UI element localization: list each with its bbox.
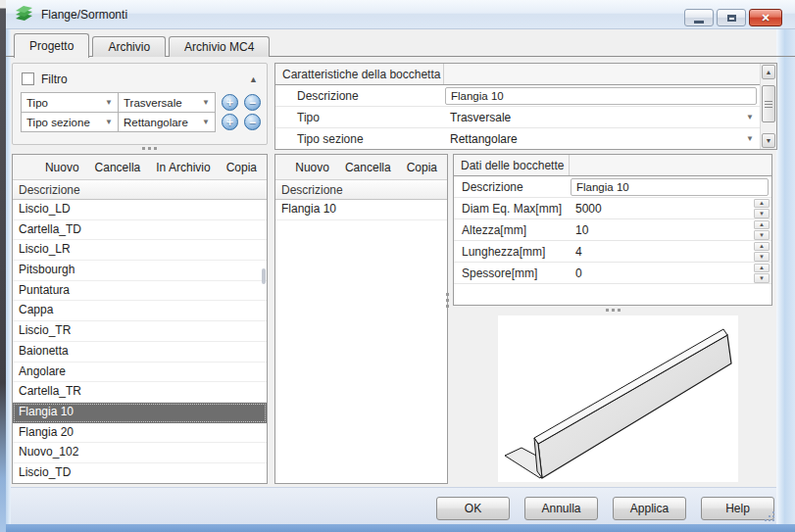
spin-down-icon[interactable]: ▼ [754,209,770,218]
remove-filter-button[interactable]: − [244,94,261,111]
resize-grip[interactable] [763,509,774,521]
list-item[interactable]: Cartella_TD [13,220,267,241]
nuovo-button[interactable]: Nuovo [295,161,329,174]
filter-rows: Tipo▼Trasversale▼+−Tipo sezione▼Rettango… [13,92,267,132]
left-list-scrollbar[interactable] [262,268,266,284]
splitter-handle-vertical[interactable] [446,293,449,308]
filter-field-value: Tipo [26,97,102,109]
spin-up-icon[interactable]: ▲ [754,199,770,209]
tipo-label: Tipo [275,111,444,124]
list-item[interactable]: Baionetta [13,342,267,363]
descrizione-input[interactable]: Flangia 10 [571,178,769,196]
dropdown-arrow-icon: ▼ [102,118,118,126]
spin-up-icon[interactable]: ▲ [754,264,770,273]
tipo-sezione-dropdown[interactable]: Rettangolare▼ [444,128,760,149]
scroll-thumb[interactable] [762,85,775,122]
dropdown-arrow-icon: ▼ [199,118,215,126]
tab-archivio-mc4[interactable]: Archivio MC4 [169,36,270,57]
lunghezza-mm-label: Lunghezza[mm] [454,245,570,259]
filter-row: Tipo▼Trasversale▼+− [21,92,267,113]
scroll-up-icon[interactable]: ▲ [762,65,775,79]
remove-filter-button[interactable]: − [244,114,261,130]
dropdown-arrow-icon: ▼ [102,98,118,107]
list-item[interactable]: Cappa [13,301,267,321]
tipo-dropdown[interactable]: Trasversale▼ [444,107,760,127]
dati-category-value [570,155,771,175]
screen: Flange/Sormonti ✕ ProgettoArchivioArchiv… [0,0,795,532]
maximize-icon [727,15,736,22]
middle-list-items: Flangia 10 [275,200,447,220]
in-archivio-button[interactable]: In Archivio [156,161,210,174]
list-item[interactable]: Flangia 10 [275,200,447,220]
list-item[interactable]: Cartella_TR [13,382,267,403]
altezza-mm-spinner[interactable]: 10▲▼ [570,219,771,240]
list-item[interactable]: Liscio_LD [13,200,267,220]
cancella-button[interactable]: Cancella [345,161,391,174]
filter-groupbox: Filtro ▲ Tipo▼Trasversale▼+−Tipo sezione… [12,63,268,145]
add-filter-button[interactable]: + [222,114,238,130]
spin-up-icon[interactable]: ▲ [754,220,770,230]
splitter-handle[interactable] [606,309,621,312]
filtro-checkbox[interactable] [22,73,34,85]
left-toolbar: NuovoCancellaIn ArchivioCopia [13,155,267,179]
tab-archivio[interactable]: Archivio [92,36,166,57]
annulla-button[interactable]: Annulla [524,497,598,520]
diam-eq-max-mm-spinner[interactable]: 5000▲▼ [570,198,771,218]
vertical-scrollbar[interactable]: ▲ ▼ [760,64,776,149]
list-item-selected[interactable]: Flangia 10 [13,403,267,423]
lunghezza-mm-spinner[interactable]: 4▲▼ [570,241,771,262]
applica-button[interactable]: Applica [613,497,686,520]
window-right-border [776,29,795,525]
splitter-handle[interactable] [142,147,157,150]
dialog-window: Flange/Sormonti ✕ ProgettoArchivioArchiv… [6,0,795,532]
list-item[interactable]: Pitsbourgh [13,261,267,281]
list-item[interactable]: Liscio_TD [13,463,267,484]
close-icon: ✕ [761,12,770,24]
descrizione-input[interactable]: Flangia 10 [445,87,757,105]
dropdown-arrow-icon: ▼ [199,98,215,107]
close-button[interactable]: ✕ [749,9,782,26]
spin-down-icon[interactable]: ▼ [754,273,770,283]
maximize-button[interactable] [717,9,746,26]
scroll-down-icon[interactable]: ▼ [762,133,775,148]
cancella-button[interactable]: Cancella [95,161,141,174]
filter-field-dropdown[interactable]: Tipo▼ [21,92,119,113]
copia-button[interactable]: Copia [226,161,257,174]
list-item[interactable]: Liscio_LR [13,240,267,261]
window-controls: ✕ [684,9,782,26]
altezza-mm-label: Altezza[mm] [454,223,570,237]
spessore-mm-spinner[interactable]: 0▲▼ [570,263,771,283]
list-item[interactable]: Flangia 20 [13,423,267,444]
caratteristiche-rows: DescrizioneFlangia 10TipoTrasversale▼Tip… [275,85,760,150]
collapse-icon[interactable]: ▲ [249,74,258,84]
project-flange-list-panel: NuovoCancellaIn ArchivioCopia Descrizion… [12,154,268,484]
dati-title: Dati delle bocchette [454,155,570,175]
dropdown-arrow-icon: ▼ [743,113,760,121]
filter-value-dropdown[interactable]: Trasversale▼ [118,92,216,113]
spin-down-icon[interactable]: ▼ [754,230,770,240]
spin-down-icon[interactable]: ▼ [754,252,770,262]
footer-buttons: OKAnnullaApplicaHelp [436,497,774,520]
ok-button[interactable]: OK [436,497,510,520]
list-item[interactable]: Liscio_TR [13,321,267,342]
nuovo-button[interactable]: Nuovo [45,161,79,174]
list-item[interactable]: Angolare [13,363,267,383]
filter-value-dropdown[interactable]: Rettangolare▼ [118,112,216,132]
flange-3d-drawing [498,315,738,482]
copia-button[interactable]: Copia [407,161,437,174]
minimize-button[interactable] [684,9,714,26]
middle-toolbar: NuovoCancellaCopia [275,155,447,179]
property-row: Lunghezza[mm]4▲▼ [454,241,771,263]
add-filter-button[interactable]: + [222,94,238,111]
list-item[interactable]: Nuovo_102 [13,443,267,463]
filter-value-value: Rettangolare [124,117,199,128]
filter-field-dropdown[interactable]: Tipo sezione▼ [21,112,119,132]
caratteristiche-title: Caratteristiche della bocchetta [275,64,444,84]
spin-up-icon[interactable]: ▲ [754,242,770,252]
title-bar[interactable]: Flange/Sormonti ✕ [6,0,795,29]
tab-progetto[interactable]: Progetto [14,33,89,58]
dropdown-arrow-icon: ▼ [743,134,760,143]
list-item[interactable]: Puntatura [13,281,267,302]
left-list-header: Descrizione [13,179,267,200]
spessore-mm-label: Spessore[mm] [454,266,570,280]
